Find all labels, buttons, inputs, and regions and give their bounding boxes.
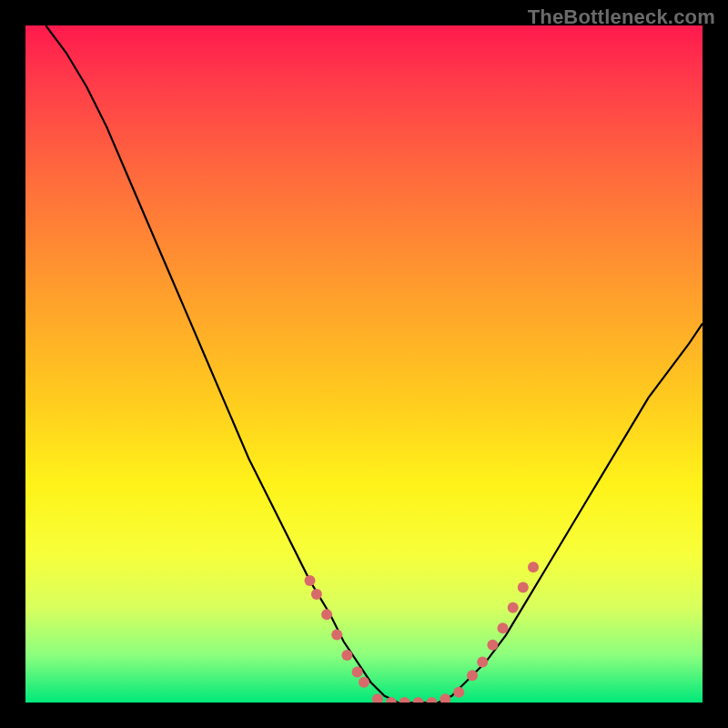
- valley-dots-pt-6: [453, 687, 464, 698]
- valley-dots: [372, 687, 464, 703]
- bottleneck-curve: [46, 25, 703, 703]
- valley-dots-pt-2: [399, 697, 410, 703]
- right-ascent-dots-pt-5: [518, 582, 529, 593]
- valley-dots-pt-5: [440, 693, 450, 703]
- right-ascent-dots-pt-6: [528, 561, 539, 572]
- right-ascent-dots: [467, 561, 539, 681]
- left-descent-dots-pt-2: [321, 609, 332, 620]
- valley-dots-pt-4: [426, 697, 437, 703]
- left-descent-dots-pt-4: [341, 650, 352, 661]
- right-ascent-dots-pt-2: [487, 640, 498, 651]
- left-descent-dots: [305, 575, 370, 688]
- watermark-text: TheBottleneck.com: [528, 5, 715, 29]
- left-descent-dots-pt-0: [305, 575, 316, 586]
- plot-area: [25, 25, 703, 703]
- valley-dots-pt-0: [372, 693, 383, 703]
- left-descent-dots-pt-1: [311, 589, 322, 600]
- right-ascent-dots-pt-3: [498, 622, 509, 633]
- chart-frame: TheBottleneck.com: [0, 0, 728, 728]
- left-descent-dots-pt-3: [331, 630, 342, 641]
- right-ascent-dots-pt-1: [477, 656, 488, 667]
- right-ascent-dots-pt-4: [508, 602, 519, 613]
- curve-layer: [25, 25, 703, 703]
- left-descent-dots-pt-6: [359, 677, 369, 688]
- right-ascent-dots-pt-0: [467, 670, 478, 681]
- left-descent-dots-pt-5: [352, 667, 363, 678]
- valley-dots-pt-3: [413, 697, 424, 703]
